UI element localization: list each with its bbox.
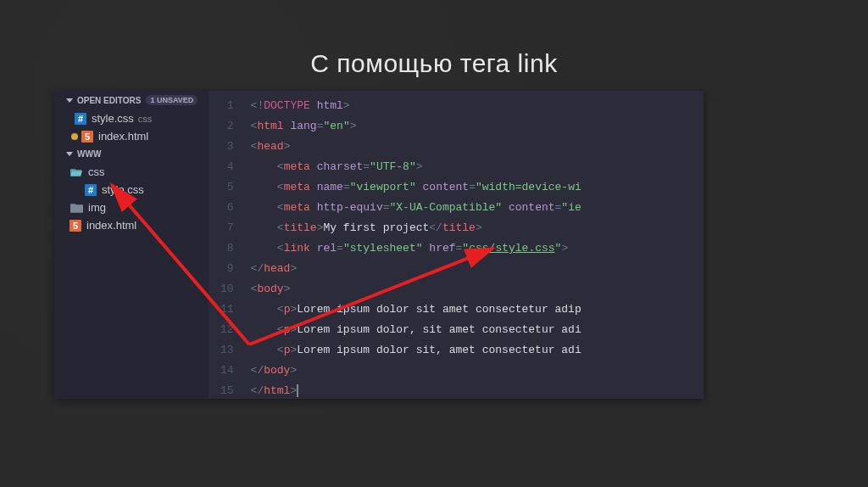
open-file-index-html[interactable]: 5 index.html <box>54 127 209 145</box>
tree-item-style-css[interactable]: # style.css <box>54 181 209 199</box>
css-file-icon: # <box>75 113 86 125</box>
open-editors-header[interactable]: OPEN EDITORS 1 UNSAVED <box>54 91 209 109</box>
line-number: 5 <box>220 177 234 198</box>
tree-item-index-html[interactable]: 5 index.html <box>54 216 209 234</box>
code-line: <meta http-equiv="X-UA-Compatible" conte… <box>251 198 704 218</box>
code-line: </html> <box>251 381 704 399</box>
code-content[interactable]: <!DOCTYPE html><html lang="en"><head> <m… <box>242 91 704 399</box>
line-number-gutter: 123456789101112131415 <box>209 91 242 399</box>
line-number: 12 <box>220 320 234 340</box>
code-line: <head> <box>251 137 704 157</box>
text-cursor <box>297 384 298 397</box>
tree-item-img-folder[interactable]: img <box>54 199 209 216</box>
line-number: 15 <box>220 381 234 399</box>
code-line: </body> <box>251 361 704 381</box>
line-number: 9 <box>220 259 234 279</box>
css-file-icon: # <box>85 184 97 196</box>
tree-label: style.css <box>102 183 144 196</box>
www-label: WWW <box>77 149 101 159</box>
code-line: <html lang="en"> <box>251 116 704 137</box>
modified-dot-icon <box>71 133 78 140</box>
line-number: 10 <box>220 279 234 299</box>
code-line: <p>Lorem ipsum dolor, sit amet consectet… <box>251 320 704 340</box>
folder-icon <box>70 202 83 214</box>
file-label: style.css <box>92 112 134 125</box>
tree-label: css <box>88 165 105 178</box>
tree-item-css-folder[interactable]: css <box>54 163 209 181</box>
line-number: 3 <box>220 137 234 157</box>
line-number: 4 <box>220 157 234 177</box>
folder-open-icon <box>70 166 83 178</box>
slide-title: С помощью тега link <box>0 0 868 91</box>
open-editors-label: OPEN EDITORS <box>77 96 141 105</box>
html-file-icon: 5 <box>70 220 81 232</box>
line-number: 11 <box>220 299 234 320</box>
tree-label: img <box>88 201 106 214</box>
line-number: 7 <box>220 218 234 238</box>
line-number: 2 <box>220 116 234 137</box>
chevron-down-icon <box>66 152 73 156</box>
code-line: </head> <box>251 259 704 279</box>
editor-sidebar: OPEN EDITORS 1 UNSAVED # style.css css 5… <box>54 91 209 399</box>
file-label: index.html <box>98 130 148 143</box>
line-number: 14 <box>220 361 234 381</box>
code-line: <meta name="viewport" content="width=dev… <box>251 177 704 198</box>
code-line: <title>My first project</title> <box>251 218 704 238</box>
chevron-down-icon <box>66 98 73 103</box>
unsaved-badge: 1 UNSAVED <box>146 95 198 105</box>
line-number: 1 <box>220 96 234 116</box>
code-line: <link rel="stylesheet" href="css/style.c… <box>251 238 704 259</box>
line-number: 8 <box>220 238 234 259</box>
tree-label: index.html <box>86 219 136 232</box>
line-number: 6 <box>220 198 234 218</box>
open-file-style-css[interactable]: # style.css css <box>54 109 209 127</box>
www-header[interactable]: WWW <box>54 145 209 163</box>
code-line: <body> <box>251 279 704 299</box>
code-line: <!DOCTYPE html> <box>251 96 704 116</box>
line-number: 13 <box>220 340 234 361</box>
file-hint: css <box>138 114 153 124</box>
code-line: <p>Lorem ipsum dolor sit, amet consectet… <box>251 340 704 361</box>
code-line: <meta charset="UTF-8"> <box>251 157 704 177</box>
html-file-icon: 5 <box>81 131 93 143</box>
code-line: <p>Lorem ipsum dolor sit amet consectetu… <box>251 299 704 320</box>
code-editor: OPEN EDITORS 1 UNSAVED # style.css css 5… <box>54 91 704 399</box>
